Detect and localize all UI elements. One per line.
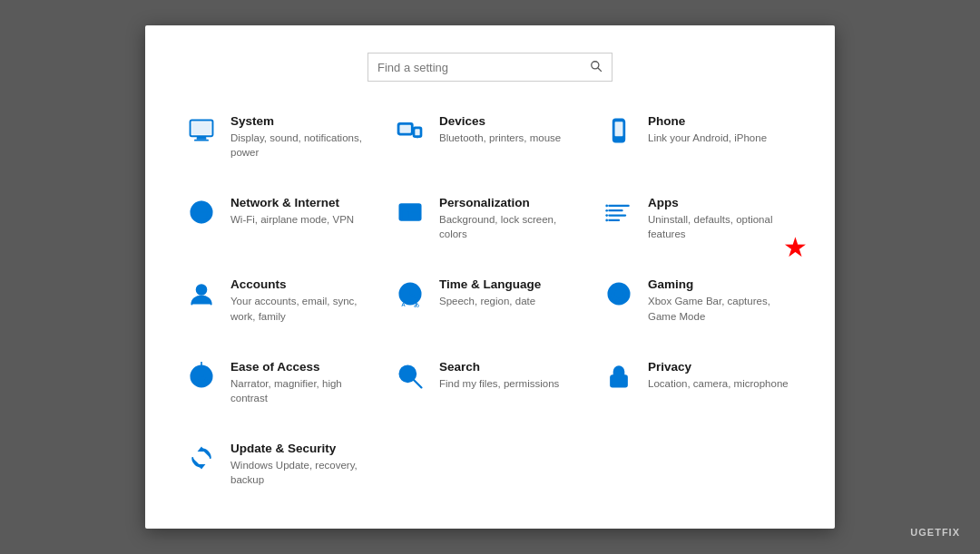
phone-title: Phone bbox=[648, 114, 795, 128]
svg-rect-5 bbox=[191, 121, 211, 134]
accounts-icon bbox=[185, 277, 218, 310]
svg-point-25 bbox=[402, 206, 404, 208]
update-text: Update & SecurityWindows Update, recover… bbox=[230, 442, 377, 487]
setting-item-ease[interactable]: Ease of AccessNarrator, magnifier, high … bbox=[181, 355, 381, 411]
svg-point-0 bbox=[592, 61, 599, 68]
network-title: Network & Internet bbox=[230, 196, 377, 209]
setting-item-update[interactable]: Update & SecurityWindows Update, recover… bbox=[181, 436, 381, 492]
svg-rect-12 bbox=[615, 121, 623, 136]
ease-desc: Narrator, magnifier, high contrast bbox=[230, 376, 377, 405]
svg-text:A: A bbox=[401, 302, 406, 308]
search-input[interactable] bbox=[377, 61, 590, 74]
accounts-text: AccountsYour accounts, email, sync, work… bbox=[230, 277, 377, 323]
setting-item-network[interactable]: Network & InternetWi-Fi, airplane mode, … bbox=[181, 190, 381, 234]
search-desc: Find my files, permissions bbox=[439, 376, 586, 391]
svg-point-46 bbox=[195, 377, 199, 381]
svg-rect-4 bbox=[194, 140, 209, 141]
setting-item-personalization[interactable]: PersonalizationBackground, lock screen, … bbox=[390, 190, 590, 247]
privacy-desc: Location, camera, microphone bbox=[648, 376, 795, 391]
svg-rect-9 bbox=[415, 129, 419, 135]
svg-rect-21 bbox=[402, 211, 408, 218]
accounts-title: Accounts bbox=[230, 277, 377, 291]
system-title: System bbox=[230, 114, 377, 128]
setting-item-apps[interactable]: AppsUninstall, defaults, optional featur… bbox=[599, 190, 799, 247]
phone-desc: Link your Android, iPhone bbox=[648, 131, 795, 145]
svg-point-36 bbox=[197, 286, 207, 296]
personalization-title: Personalization bbox=[439, 196, 586, 209]
apps-icon bbox=[603, 196, 635, 228]
watermark-text: UGETFIX bbox=[910, 527, 960, 538]
time-text: Time & LanguageSpeech, region, date bbox=[439, 277, 586, 308]
system-text: SystemDisplay, sound, notifications, pow… bbox=[230, 114, 377, 160]
network-desc: Wi-Fi, airplane mode, VPN bbox=[230, 212, 377, 227]
ease-title: Ease of Access bbox=[230, 360, 377, 374]
privacy-text: PrivacyLocation, camera, microphone bbox=[648, 360, 795, 391]
time-icon: A あ bbox=[394, 277, 426, 310]
search-text: SearchFind my files, permissions bbox=[439, 360, 586, 391]
svg-rect-7 bbox=[399, 125, 410, 133]
devices-desc: Bluetooth, printers, mouse bbox=[439, 131, 586, 145]
apps-title: Apps bbox=[648, 196, 795, 209]
update-desc: Windows Update, recovery, backup bbox=[230, 458, 377, 487]
svg-rect-3 bbox=[197, 137, 207, 140]
time-title: Time & Language bbox=[439, 277, 586, 291]
gaming-title: Gaming bbox=[648, 277, 795, 291]
search-icon bbox=[590, 60, 603, 75]
gaming-text: GamingXbox Game Bar, captures, Game Mode bbox=[648, 277, 795, 323]
apps-desc: Uninstall, defaults, optional features bbox=[648, 212, 795, 241]
personalization-text: PersonalizationBackground, lock screen, … bbox=[439, 196, 586, 241]
devices-text: DevicesBluetooth, printers, mouse bbox=[439, 114, 586, 145]
gaming-desc: Xbox Game Bar, captures, Game Mode bbox=[648, 294, 795, 323]
privacy-title: Privacy bbox=[648, 360, 795, 374]
setting-item-search[interactable]: SearchFind my files, permissions bbox=[390, 355, 590, 398]
svg-point-13 bbox=[618, 138, 620, 140]
accounts-desc: Your accounts, email, sync, work, family bbox=[230, 294, 377, 323]
setting-item-system[interactable]: SystemDisplay, sound, notifications, pow… bbox=[181, 109, 381, 165]
privacy-icon bbox=[603, 360, 635, 393]
svg-line-49 bbox=[414, 380, 421, 387]
time-desc: Speech, region, date bbox=[439, 294, 586, 308]
search-bar-area bbox=[181, 53, 799, 82]
settings-grid: SystemDisplay, sound, notifications, pow… bbox=[181, 109, 799, 492]
setting-item-phone[interactable]: PhoneLink your Android, iPhone bbox=[599, 109, 799, 152]
personalization-desc: Background, lock screen, colors bbox=[439, 212, 586, 241]
svg-point-26 bbox=[405, 206, 407, 208]
svg-point-10 bbox=[416, 137, 418, 139]
ease-text: Ease of AccessNarrator, magnifier, high … bbox=[230, 360, 377, 405]
system-icon bbox=[185, 114, 218, 147]
svg-point-47 bbox=[205, 377, 209, 381]
gaming-icon bbox=[603, 277, 635, 310]
setting-item-privacy[interactable]: PrivacyLocation, camera, microphone bbox=[599, 355, 799, 398]
network-icon bbox=[185, 196, 218, 228]
update-title: Update & Security bbox=[230, 442, 377, 455]
apps-text: AppsUninstall, defaults, optional featur… bbox=[648, 196, 795, 241]
svg-point-44 bbox=[615, 290, 623, 298]
ease-icon bbox=[185, 360, 218, 393]
svg-line-1 bbox=[598, 68, 602, 72]
system-desc: Display, sound, notifications, power bbox=[230, 131, 377, 160]
devices-icon bbox=[394, 114, 426, 147]
phone-icon bbox=[603, 114, 635, 147]
search-title: Search bbox=[439, 360, 586, 374]
setting-item-gaming[interactable]: GamingXbox Game Bar, captures, Game Mode bbox=[599, 272, 799, 328]
phone-text: PhoneLink your Android, iPhone bbox=[648, 114, 795, 145]
devices-title: Devices bbox=[439, 114, 586, 128]
svg-point-27 bbox=[408, 206, 410, 208]
setting-item-devices[interactable]: DevicesBluetooth, printers, mouse bbox=[390, 109, 590, 152]
network-text: Network & InternetWi-Fi, airplane mode, … bbox=[230, 196, 377, 227]
update-icon bbox=[185, 442, 218, 474]
setting-item-accounts[interactable]: AccountsYour accounts, email, sync, work… bbox=[181, 272, 381, 328]
search-icon bbox=[394, 360, 426, 393]
settings-window: SystemDisplay, sound, notifications, pow… bbox=[145, 25, 835, 529]
svg-text:あ: あ bbox=[414, 302, 419, 309]
search-bar[interactable] bbox=[368, 53, 612, 82]
personalization-icon bbox=[394, 196, 426, 228]
setting-item-time[interactable]: A あ Time & LanguageSpeech, region, date bbox=[390, 272, 590, 316]
